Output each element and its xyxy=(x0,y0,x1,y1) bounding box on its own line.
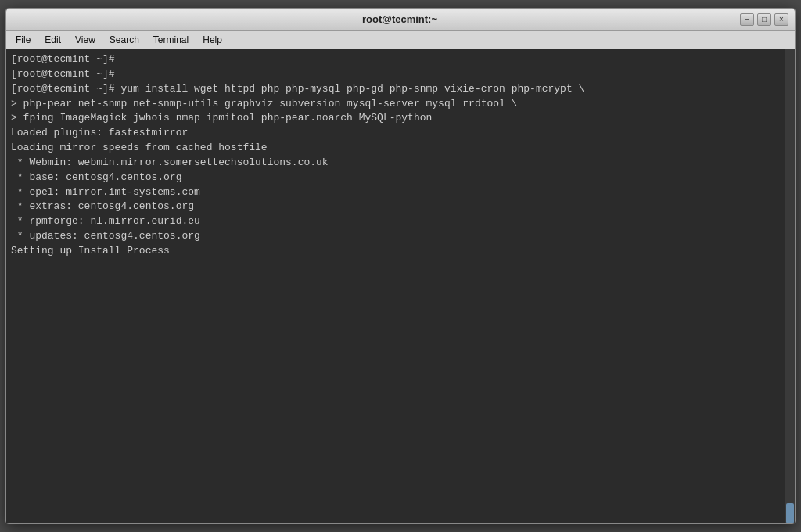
menu-edit[interactable]: Edit xyxy=(38,33,67,47)
terminal-output: [root@tecmint ~]# [root@tecmint ~]# [roo… xyxy=(11,52,790,259)
menu-view[interactable]: View xyxy=(69,33,102,47)
minimize-button[interactable]: − xyxy=(740,13,754,26)
terminal-window: root@tecmint:~ − □ × File Edit View Sear… xyxy=(5,8,796,524)
menu-terminal[interactable]: Terminal xyxy=(147,33,195,47)
close-button[interactable]: × xyxy=(774,13,788,26)
window-controls: − □ × xyxy=(740,13,788,26)
scrollbar-thumb[interactable] xyxy=(786,503,794,523)
terminal-area[interactable]: [root@tecmint ~]# [root@tecmint ~]# [roo… xyxy=(6,49,795,523)
window-title: root@tecmint:~ xyxy=(59,13,740,25)
maximize-button[interactable]: □ xyxy=(757,13,771,26)
menu-search[interactable]: Search xyxy=(103,33,145,47)
menubar: File Edit View Search Terminal Help xyxy=(6,31,795,49)
menu-file[interactable]: File xyxy=(9,33,37,47)
scrollbar[interactable] xyxy=(785,49,795,523)
menu-help[interactable]: Help xyxy=(196,33,228,47)
titlebar: root@tecmint:~ − □ × xyxy=(6,9,795,31)
